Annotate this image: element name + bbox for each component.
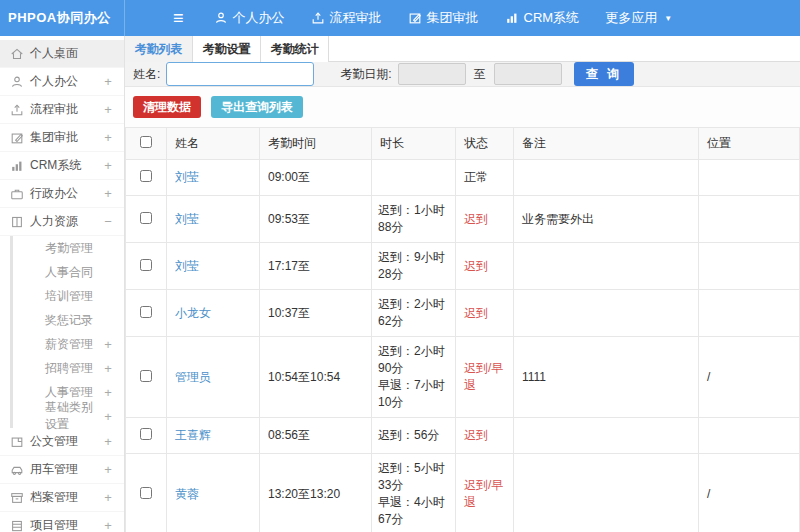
expand-toggle[interactable]: + <box>102 462 114 477</box>
sidebar-subitem-reward-records[interactable]: 奖惩记录 <box>13 308 124 332</box>
sidebar-subitem-label: 人事合同 <box>45 264 102 281</box>
filter-bar: 姓名: 考勤日期: 至 查 询 <box>125 62 800 87</box>
sidebar-item-project-mgmt[interactable]: 项目管理 + <box>0 512 124 532</box>
expand-toggle[interactable]: + <box>102 186 114 201</box>
sidebar-item-archive-mgmt[interactable]: 档案管理 + <box>0 484 124 512</box>
note-cell: 业务需要外出 <box>514 196 699 243</box>
flow-icon <box>311 11 325 25</box>
note-cell <box>514 290 699 337</box>
expand-toggle[interactable]: + <box>102 74 114 89</box>
row-checkbox[interactable] <box>140 259 152 271</box>
nav-crm-system[interactable]: CRM系统 <box>505 9 580 27</box>
sidebar-item-label: 项目管理 <box>30 517 102 532</box>
sidebar-subitem-hr-contract[interactable]: 人事合同 <box>13 260 124 284</box>
app-logo[interactable]: PHPOA协同办公软件 <box>0 0 125 36</box>
archive-icon <box>10 491 30 505</box>
note-cell: 1111 <box>514 337 699 418</box>
chart-icon <box>505 11 519 25</box>
nav-group-approval[interactable]: 集团审批 <box>408 9 479 27</box>
sidebar-subitem-label: 考勤管理 <box>45 240 102 257</box>
sidebar-subitem-recruit-mgmt[interactable]: 招聘管理 + <box>13 356 124 380</box>
nav-workflow-approval[interactable]: 流程审批 <box>311 9 382 27</box>
nav-label: CRM系统 <box>524 9 580 27</box>
employee-name-link[interactable]: 刘莹 <box>175 259 199 273</box>
sidebar-item-label: 集团审批 <box>30 129 102 146</box>
date-filter-label: 考勤日期: <box>340 66 391 83</box>
employee-name-link[interactable]: 小龙女 <box>175 306 211 320</box>
location-cell <box>699 243 800 290</box>
sidebar-item-crm[interactable]: CRM系统 + <box>0 152 124 180</box>
nav-label: 流程审批 <box>330 9 382 27</box>
car-icon <box>10 463 30 477</box>
employee-name-link[interactable]: 管理员 <box>175 370 211 384</box>
sidebar-subitem-attendance-mgmt[interactable]: 考勤管理 <box>13 236 124 260</box>
tab-attendance-list[interactable]: 考勤列表 <box>125 36 193 62</box>
sidebar-item-vehicle-mgmt[interactable]: 用车管理 + <box>0 456 124 484</box>
location-cell <box>699 418 800 454</box>
sidebar-item-admin-office[interactable]: 行政办公 + <box>0 180 124 208</box>
user-icon <box>214 11 228 25</box>
row-checkbox[interactable] <box>140 370 152 382</box>
sidebar-item-workflow-approval[interactable]: 流程审批 + <box>0 96 124 124</box>
top-nav: 个人办公 流程审批 集团审批 CRM系统 更多应用 ▼ <box>214 9 699 27</box>
select-all-checkbox[interactable] <box>140 136 152 148</box>
expand-toggle[interactable]: + <box>102 518 114 532</box>
row-checkbox-cell <box>126 160 167 196</box>
book-icon <box>10 215 30 229</box>
duration-cell: 迟到：2小时90分 早退：7小时10分 <box>372 337 456 418</box>
clean-data-button[interactable]: 清理数据 <box>133 96 201 118</box>
row-checkbox[interactable] <box>140 428 152 440</box>
employee-name-cell: 刘莹 <box>167 243 260 290</box>
row-checkbox[interactable] <box>140 212 152 224</box>
tab-attendance-stats[interactable]: 考勤统计 <box>261 36 329 62</box>
collapse-toggle[interactable]: − <box>102 214 114 229</box>
tab-attendance-settings[interactable]: 考勤设置 <box>193 36 261 62</box>
status-text: 迟到 <box>464 212 488 226</box>
row-checkbox[interactable] <box>140 170 152 182</box>
sidebar-item-hr[interactable]: 人力资源 − <box>0 208 124 236</box>
employee-name-link[interactable]: 黄蓉 <box>175 487 199 501</box>
expand-toggle[interactable]: + <box>102 158 114 173</box>
expand-toggle[interactable]: + <box>102 490 114 505</box>
main-content: 考勤列表 考勤设置 考勤统计 姓名: 考勤日期: 至 查 询 清理数据 导出查询… <box>125 36 800 532</box>
nav-more-apps[interactable]: 更多应用 ▼ <box>605 9 672 27</box>
nav-personal-office[interactable]: 个人办公 <box>214 9 285 27</box>
expand-toggle[interactable]: + <box>102 361 114 376</box>
export-list-button[interactable]: 导出查询列表 <box>211 96 303 118</box>
chart-icon <box>10 159 30 173</box>
top-header: PHPOA协同办公软件 ≡ 个人办公 流程审批 集团审批 CRM系统 更多应用 … <box>0 0 800 36</box>
employee-name-link[interactable]: 刘莹 <box>175 170 199 184</box>
sidebar-subitem-salary-mgmt[interactable]: 薪资管理 + <box>13 332 124 356</box>
expand-toggle[interactable]: + <box>102 409 114 424</box>
attendance-time-cell: 10:54至10:54 <box>260 337 372 418</box>
table-row: 刘莹 09:53至 迟到：1小时88分 迟到 业务需要外出 <box>126 196 800 243</box>
row-checkbox[interactable] <box>140 306 152 318</box>
table-row: 王喜辉 08:56至 迟到：56分 迟到 <box>126 418 800 454</box>
date-to-input[interactable] <box>494 63 562 85</box>
sidebar-item-group-approval[interactable]: 集团审批 + <box>0 124 124 152</box>
expand-toggle[interactable]: + <box>102 102 114 117</box>
sidebar-subitem-training-mgmt[interactable]: 培训管理 <box>13 284 124 308</box>
date-from-input[interactable] <box>398 63 466 85</box>
sidebar-item-personal-office[interactable]: 个人办公 + <box>0 68 124 96</box>
name-filter-input[interactable] <box>166 62 314 86</box>
column-header-status: 状态 <box>456 128 514 160</box>
expand-toggle[interactable]: + <box>102 130 114 145</box>
employee-name-link[interactable]: 王喜辉 <box>175 428 211 442</box>
sidebar-item-label: 个人桌面 <box>30 45 102 62</box>
sidebar-subitem-base-category-settings[interactable]: 基础类别设置 + <box>13 404 124 428</box>
duration-cell: 迟到：9小时28分 <box>372 243 456 290</box>
expand-toggle[interactable]: + <box>102 385 114 400</box>
expand-toggle[interactable]: + <box>102 337 114 352</box>
search-button[interactable]: 查 询 <box>574 62 634 86</box>
expand-toggle[interactable]: + <box>102 434 114 449</box>
hamburger-menu-icon[interactable]: ≡ <box>173 0 184 36</box>
employee-name-link[interactable]: 刘莹 <box>175 212 199 226</box>
row-checkbox[interactable] <box>140 487 152 499</box>
location-cell <box>699 160 800 196</box>
sidebar-item-document-mgmt[interactable]: 公文管理 + <box>0 428 124 456</box>
tab-bar: 考勤列表 考勤设置 考勤统计 <box>125 36 800 62</box>
sidebar-item-personal-desktop[interactable]: 个人桌面 <box>0 40 124 68</box>
sidebar-subitem-label: 招聘管理 <box>45 360 102 377</box>
duration-cell: 迟到：56分 <box>372 418 456 454</box>
